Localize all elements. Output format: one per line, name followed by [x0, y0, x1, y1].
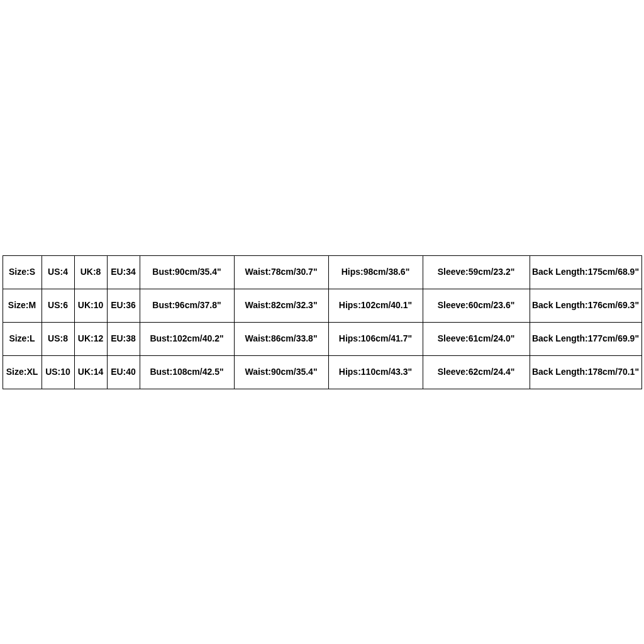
cell-uk: UK:10 — [74, 289, 107, 322]
cell-us: US:8 — [42, 322, 74, 355]
table-row: Size:XL US:10 UK:14 EU:40 Bust:108cm/42.… — [3, 355, 641, 389]
cell-eu: EU:38 — [107, 322, 140, 355]
table-row: Size:M US:6 UK:10 EU:36 Bust:96cm/37.8" … — [3, 289, 641, 322]
cell-hips: Hips:98cm/38.6" — [328, 255, 423, 289]
cell-hips: Hips:110cm/43.3" — [328, 355, 423, 389]
cell-waist: Waist:78cm/30.7" — [234, 255, 328, 289]
cell-eu: EU:34 — [107, 255, 140, 289]
table-row: Size:L US:8 UK:12 EU:38 Bust:102cm/40.2"… — [3, 322, 641, 355]
cell-eu: EU:40 — [107, 355, 140, 389]
cell-bust: Bust:96cm/37.8" — [140, 289, 234, 322]
cell-bust: Bust:108cm/42.5" — [140, 355, 234, 389]
cell-back: Back Length:177cm/69.9" — [530, 322, 641, 355]
cell-hips: Hips:102cm/40.1" — [328, 289, 423, 322]
cell-us: US:10 — [42, 355, 74, 389]
cell-us: US:4 — [42, 255, 74, 289]
cell-size: Size:XL — [3, 355, 42, 389]
cell-waist: Waist:86cm/33.8" — [234, 322, 328, 355]
table-row: Size:S US:4 UK:8 EU:34 Bust:90cm/35.4" W… — [3, 255, 641, 289]
cell-sleeve: Sleeve:59cm/23.2" — [423, 255, 530, 289]
cell-back: Back Length:175cm/68.9" — [530, 255, 641, 289]
cell-us: US:6 — [42, 289, 74, 322]
cell-hips: Hips:106cm/41.7" — [328, 322, 423, 355]
cell-uk: UK:12 — [74, 322, 107, 355]
cell-back: Back Length:178cm/70.1" — [530, 355, 641, 389]
cell-size: Size:S — [3, 255, 42, 289]
cell-back: Back Length:176cm/69.3" — [530, 289, 641, 322]
cell-waist: Waist:90cm/35.4" — [234, 355, 328, 389]
cell-bust: Bust:102cm/40.2" — [140, 322, 234, 355]
cell-waist: Waist:82cm/32.3" — [234, 289, 328, 322]
cell-sleeve: Sleeve:61cm/24.0" — [423, 322, 530, 355]
cell-uk: UK:8 — [74, 255, 107, 289]
cell-bust: Bust:90cm/35.4" — [140, 255, 234, 289]
cell-size: Size:M — [3, 289, 42, 322]
cell-size: Size:L — [3, 322, 42, 355]
size-chart-table: Size:S US:4 UK:8 EU:34 Bust:90cm/35.4" W… — [3, 255, 642, 389]
cell-sleeve: Sleeve:62cm/24.4" — [423, 355, 530, 389]
cell-uk: UK:14 — [74, 355, 107, 389]
cell-eu: EU:36 — [107, 289, 140, 322]
cell-sleeve: Sleeve:60cm/23.6" — [423, 289, 530, 322]
